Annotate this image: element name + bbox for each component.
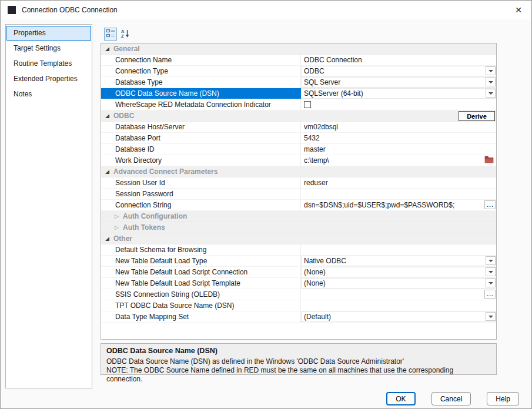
- session-user-id-field[interactable]: reduser: [301, 177, 496, 188]
- property-row-metadata-indicator[interactable]: WhereScape RED Metadata Connection Indic…: [101, 99, 496, 110]
- database-id-field[interactable]: master: [301, 144, 496, 155]
- property-value: ODBC Connection: [304, 56, 362, 64]
- property-value: c:\temp\: [304, 156, 329, 165]
- database-host-field[interactable]: vm02dbsql: [301, 122, 496, 132]
- collapse-icon[interactable]: ◢: [105, 46, 112, 52]
- subcategory-row-auth-tokens[interactable]: ▷ Auth Tokens: [101, 222, 496, 233]
- description-line-2: NOTE: The ODBC Source Name defined in RE…: [106, 366, 491, 384]
- chevron-down-icon: [488, 282, 493, 284]
- dropdown-button[interactable]: [486, 267, 496, 276]
- chevron-down-icon: [488, 260, 493, 262]
- property-value: vm02dbsql: [304, 123, 338, 131]
- ellipsis-button[interactable]: …: [484, 200, 496, 209]
- dropdown-button[interactable]: [486, 312, 496, 321]
- close-icon[interactable]: ✕: [506, 1, 531, 19]
- sidebar-item-extended-properties[interactable]: Extended Properties: [6, 72, 91, 86]
- property-name: Connection String: [101, 200, 301, 210]
- property-row-database-port[interactable]: Database Port 5432: [101, 133, 496, 144]
- property-row-default-schema[interactable]: Default Schema for Browsing: [101, 244, 496, 256]
- property-row-connection-string[interactable]: Connection String dsn=$DSN$;uid=$USER$;p…: [101, 200, 496, 211]
- property-grid: ◢ General Connection Name ODBC Connectio…: [101, 43, 497, 340]
- property-row-load-script-template[interactable]: New Table Default Load Script Template (…: [101, 278, 496, 289]
- dropdown-button[interactable]: [486, 256, 496, 265]
- property-name: Database ID: [101, 144, 301, 155]
- property-row-database-host-server[interactable]: Database Host/Server vm02dbsql: [101, 122, 496, 133]
- category-row-odbc[interactable]: ◢ ODBC Derive: [101, 110, 496, 122]
- default-schema-field[interactable]: [301, 244, 496, 255]
- collapse-icon[interactable]: ◢: [105, 113, 112, 119]
- folder-icon: [484, 156, 494, 165]
- load-type-dropdown[interactable]: Native ODBC: [301, 256, 496, 266]
- property-row-session-user-id[interactable]: Session User Id reduser: [101, 177, 496, 189]
- property-name: Default Schema for Browsing: [101, 244, 301, 255]
- chevron-down-icon: [488, 316, 493, 318]
- data-type-mapping-set-dropdown[interactable]: (Default): [301, 311, 496, 322]
- property-row-data-type-mapping-set[interactable]: Data Type Mapping Set (Default): [101, 311, 496, 323]
- property-name: Work Directory: [101, 155, 301, 166]
- sidebar-item-routine-templates[interactable]: Routine Templates: [6, 56, 91, 71]
- subcategory-row-auth-configuration[interactable]: ▷ Auth Configuration: [101, 211, 496, 222]
- dropdown-button[interactable]: [486, 78, 496, 86]
- load-script-connection-dropdown[interactable]: (None): [301, 267, 496, 277]
- ok-button[interactable]: OK: [386, 392, 416, 405]
- connection-name-field[interactable]: ODBC Connection: [301, 55, 496, 65]
- ssis-connection-string-field[interactable]: …: [301, 289, 496, 300]
- category-label: Advanced Connect Parameters: [113, 167, 218, 176]
- ellipsis-button[interactable]: …: [484, 290, 496, 299]
- connection-type-dropdown[interactable]: ODBC: [301, 66, 496, 76]
- collapse-icon[interactable]: ◢: [105, 236, 112, 242]
- derive-button[interactable]: Derive: [459, 111, 495, 121]
- dropdown-button[interactable]: [486, 89, 496, 98]
- work-directory-field[interactable]: c:\temp\: [301, 155, 496, 166]
- property-row-session-password[interactable]: Session Password: [101, 189, 496, 200]
- dropdown-button[interactable]: [486, 279, 496, 287]
- category-label: Other: [113, 234, 132, 243]
- connection-string-field[interactable]: dsn=$DSN$;uid=$USER$;pwd=$PASSWORD$; …: [301, 200, 496, 210]
- collapse-icon[interactable]: ◢: [105, 169, 112, 175]
- sidebar-item-target-settings[interactable]: Target Settings: [6, 41, 91, 56]
- chevron-down-icon: [488, 271, 493, 273]
- property-row-connection-type[interactable]: Connection Type ODBC: [101, 66, 496, 77]
- odbc-dsn-dropdown[interactable]: SQLServer (64-bit): [301, 88, 496, 99]
- property-grid-toolbar: A Z: [104, 28, 132, 41]
- category-row-other[interactable]: ◢ Other: [101, 233, 496, 244]
- categorized-view-button[interactable]: [104, 28, 117, 41]
- metadata-indicator-checkbox[interactable]: [304, 101, 311, 108]
- session-password-field[interactable]: [301, 189, 496, 199]
- expand-icon[interactable]: ▷: [115, 214, 122, 219]
- property-name: New Table Default Load Type: [101, 256, 301, 266]
- sidebar-item-notes[interactable]: Notes: [6, 87, 91, 102]
- property-row-database-id[interactable]: Database ID master: [101, 144, 496, 155]
- tpt-dsn-field[interactable]: [301, 300, 496, 311]
- help-button[interactable]: Help: [487, 392, 519, 405]
- property-row-tpt-dsn[interactable]: TPT ODBC Data Source Name (DSN): [101, 300, 496, 311]
- database-type-dropdown[interactable]: SQL Server: [301, 77, 496, 88]
- category-row-general[interactable]: ◢ General: [101, 43, 496, 55]
- property-name: Database Port: [101, 133, 301, 143]
- property-row-load-type[interactable]: New Table Default Load Type Native ODBC: [101, 256, 496, 267]
- property-row-load-script-connection[interactable]: New Table Default Load Script Connection…: [101, 267, 496, 278]
- expand-icon[interactable]: ▷: [115, 225, 122, 230]
- svg-text:Z: Z: [121, 33, 124, 38]
- load-script-template-dropdown[interactable]: (None): [301, 278, 496, 289]
- browse-folder-button[interactable]: [483, 156, 495, 165]
- sidebar-item-properties[interactable]: Properties: [6, 26, 91, 41]
- property-name: New Table Default Load Script Template: [101, 278, 301, 289]
- property-value: 5432: [304, 134, 320, 142]
- dropdown-button[interactable]: [486, 66, 496, 75]
- sidebar: Properties Target Settings Routine Templ…: [5, 24, 92, 388]
- property-value: reduser: [304, 179, 328, 187]
- property-row-connection-name[interactable]: Connection Name ODBC Connection: [101, 55, 496, 66]
- property-row-database-type[interactable]: Database Type SQL Server: [101, 77, 496, 88]
- property-name: SSIS Connection String (OLEDB): [101, 289, 301, 300]
- sort-alphabetical-button[interactable]: A Z: [119, 28, 132, 41]
- cancel-button[interactable]: Cancel: [431, 392, 471, 405]
- category-row-advanced-connect-parameters[interactable]: ◢ Advanced Connect Parameters: [101, 166, 496, 177]
- database-port-field[interactable]: 5432: [301, 133, 496, 143]
- window-title: Connection ODBC Connection: [22, 6, 118, 14]
- property-row-ssis-connection-string[interactable]: SSIS Connection String (OLEDB) …: [101, 289, 496, 300]
- property-row-work-directory[interactable]: Work Directory c:\temp\: [101, 155, 496, 166]
- property-value: (Default): [304, 313, 331, 321]
- property-value: (None): [304, 279, 326, 287]
- property-row-odbc-dsn[interactable]: ODBC Data Source Name (DSN) SQLServer (6…: [101, 88, 496, 99]
